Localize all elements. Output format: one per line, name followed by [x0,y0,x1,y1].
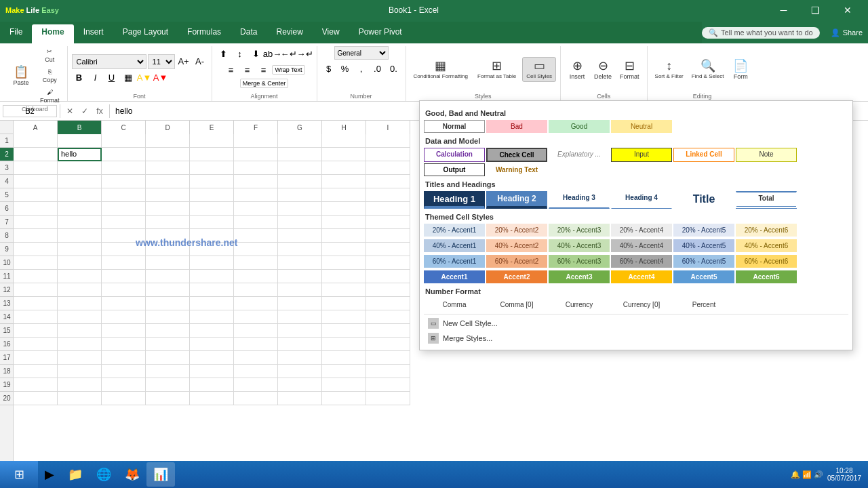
style-20-accent4[interactable]: 20% - Accent4 [611,224,672,237]
font-size-select[interactable]: 11 [148,54,175,69]
paste-button[interactable]: 📋 Paste [7,64,35,88]
taskbar-app-firefox[interactable]: 🦊 [118,462,146,487]
style-heading3[interactable]: Heading 3 [549,191,610,209]
col-header-B[interactable]: B [58,121,102,134]
underline-button[interactable]: U [104,70,119,85]
row-header-16[interactable]: 16 [0,338,14,351]
cell-G2[interactable] [278,148,322,161]
confirm-formula-icon[interactable]: ✓ [78,104,92,118]
cell-reference-box[interactable]: B2 [3,105,57,117]
taskbar-app-chrome[interactable]: 🌐 [90,462,118,487]
row-header-15[interactable]: 15 [0,324,14,338]
style-40-accent6[interactable]: 40% - Accent6 [736,239,797,252]
currency-button[interactable]: $ [321,61,336,76]
style-40-accent2[interactable]: 40% - Accent2 [486,239,547,252]
style-output[interactable]: Output [424,163,485,176]
cell-B1[interactable] [58,134,102,148]
decimal-increase-button[interactable]: .0 [370,61,385,76]
col-header-A[interactable]: A [14,121,58,134]
style-explanatory[interactable]: Explanatory ... [549,148,610,162]
style-accent3[interactable]: Accent3 [549,270,610,283]
style-normal[interactable]: Normal [424,120,485,133]
style-60-accent4[interactable]: 60% - Accent4 [611,255,672,268]
cell-C2[interactable] [102,148,146,161]
style-20-accent5[interactable]: 20% - Accent5 [673,224,734,237]
col-header-D[interactable]: D [146,121,190,134]
ribbon-search[interactable]: 🔍 Tell me what you want to do [702,27,820,39]
style-bad[interactable]: Bad [486,120,547,133]
style-accent6[interactable]: Accent6 [736,270,797,283]
row-header-17[interactable]: 17 [0,351,14,365]
italic-button[interactable]: I [88,70,103,85]
cell-styles-dropdown[interactable]: Good, Bad and Neutral Normal Bad Good Ne… [419,100,853,350]
align-bottom-button[interactable]: ⬇ [249,46,264,61]
style-heading4[interactable]: Heading 4 [611,191,672,209]
style-60-accent2[interactable]: 60% - Accent2 [486,255,547,268]
indent-decrease-button[interactable]: ←↵ [281,46,296,61]
insert-button[interactable]: ⊕ Insert [565,58,589,82]
share-button[interactable]: 👤 Share [825,27,868,39]
style-comma[interactable]: Comma [424,298,485,311]
style-input[interactable]: Input [611,148,672,162]
copy-button[interactable]: ⎘Copy [37,66,63,85]
tab-formulas[interactable]: Formulas [178,24,231,43]
style-accent2[interactable]: Accent2 [486,270,547,283]
align-center-button[interactable]: ≡ [239,62,254,77]
merge-styles-item[interactable]: ⊞ Merge Styles... [424,331,848,346]
row-header-14[interactable]: 14 [0,310,14,324]
style-note[interactable]: Note [736,148,797,162]
cell-F1[interactable] [234,134,278,148]
style-20-accent6[interactable]: 20% - Accent6 [736,224,797,237]
cell-A1[interactable] [14,134,58,148]
tab-insert[interactable]: Insert [74,24,113,43]
tab-data[interactable]: Data [231,24,267,43]
row-header-1[interactable]: 1 [0,134,14,148]
align-left-button[interactable]: ≡ [223,62,238,77]
font-color-button[interactable]: A▼ [153,70,168,85]
row-header-4[interactable]: 4 [0,175,14,188]
wrap-text-button[interactable]: Wrap Text [272,65,304,75]
style-good[interactable]: Good [549,120,610,133]
new-cell-style-item[interactable]: ▭ New Cell Style... [424,316,848,331]
cell-E1[interactable] [190,134,234,148]
row-header-13[interactable]: 13 [0,297,14,310]
row-header-5[interactable]: 5 [0,188,14,202]
row-header-6[interactable]: 6 [0,202,14,216]
font-family-select[interactable]: Calibri [72,54,146,69]
style-20-accent3[interactable]: 20% - Accent3 [549,224,610,237]
style-accent5[interactable]: Accent5 [673,270,734,283]
row-header-8[interactable]: 8 [0,229,14,243]
style-40-accent4[interactable]: 40% - Accent4 [611,239,672,252]
style-40-accent5[interactable]: 40% - Accent5 [673,239,734,252]
tab-review[interactable]: Review [267,24,312,43]
format-as-table-button[interactable]: ⊞ Format as Table [474,58,519,81]
row-header-3[interactable]: 3 [0,161,14,175]
style-accent1[interactable]: Accent1 [424,270,485,283]
sort-filter-button[interactable]: ↕ Sort & Filter [652,58,687,81]
cell-G1[interactable] [278,134,322,148]
style-40-accent3[interactable]: 40% - Accent3 [549,239,610,252]
style-neutral[interactable]: Neutral [611,120,672,133]
col-header-H[interactable]: H [322,121,366,134]
row-header-10[interactable]: 10 [0,256,14,270]
row-header-7[interactable]: 7 [0,216,14,229]
maximize-button[interactable]: ❑ [800,0,831,20]
cut-button[interactable]: ✂Cut [37,46,63,65]
align-right-button[interactable]: ≡ [256,62,271,77]
style-currency[interactable]: Currency [549,298,610,311]
cell-A2[interactable] [14,148,58,161]
format-painter-button[interactable]: 🖌Format [37,87,63,106]
style-20-accent2[interactable]: 20% - Accent2 [486,224,547,237]
taskbar-app-media[interactable]: ▶ [38,462,61,487]
find-select-button[interactable]: 🔍 Find & Select [688,58,728,81]
insert-function-icon[interactable]: fx [93,104,106,118]
row-header-11[interactable]: 11 [0,270,14,283]
col-header-E[interactable]: E [190,121,234,134]
start-button[interactable]: ⊞ [0,461,38,488]
cell-I2[interactable] [366,148,410,161]
border-button[interactable]: ▦ [121,70,136,85]
taskbar-app-excel[interactable]: 📊 [146,462,175,487]
row-header-19[interactable]: 19 [0,378,14,392]
cell-B2[interactable]: hello [58,148,102,161]
conditional-formatting-button[interactable]: ▦ Conditional Formatting [410,58,471,81]
